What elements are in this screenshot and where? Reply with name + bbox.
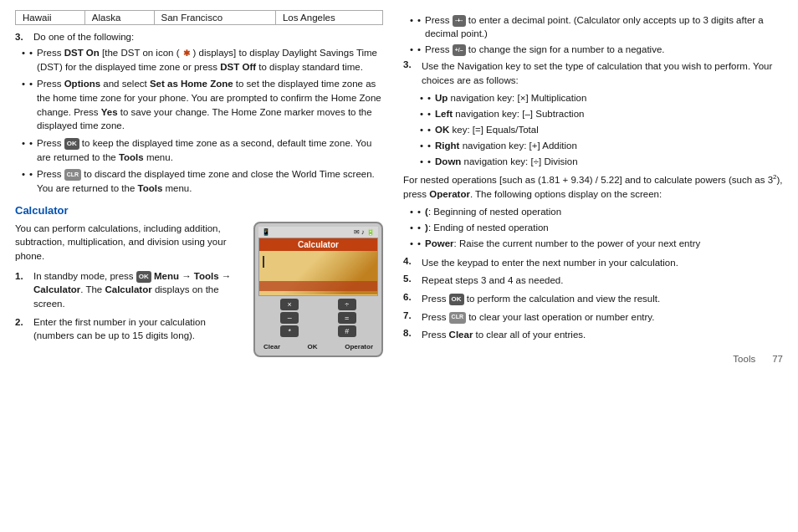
calculator-label: Calculator [105, 284, 151, 294]
calculator-layout: You can perform calculations, including … [15, 222, 383, 357]
calc-step2-text: Enter the first number in your calculati… [33, 315, 245, 343]
left-column: Hawaii Alaska San Francisco Los Angeles … [15, 10, 383, 364]
right-step3-text: Use the Navigation key to set the type o… [422, 59, 783, 87]
calc-step2-num: 2. [15, 315, 30, 330]
right-step3-num: 3. [403, 59, 418, 69]
bullet-marker: • [427, 91, 431, 105]
phone-screen-display [259, 251, 377, 294]
nested-power-text: Power: Raise the current number to the p… [425, 237, 700, 250]
bullet-marker: • [417, 237, 421, 250]
list-item: 6. Press OK to perform the calculation a… [403, 292, 783, 306]
calc-step1-num: 1. [15, 269, 30, 284]
key-minus: – [280, 312, 299, 324]
phone-mockup: 📱 ✉ ♪ 🔋 Calculator [253, 222, 383, 357]
phone-clear-label: Clear [263, 343, 280, 350]
table-cell-alaska: Alaska [84, 11, 154, 25]
bullet4-text: Press CLR to discard the displayed time … [37, 167, 383, 195]
list-item: • Press ·+· to enter a decimal point. (C… [410, 13, 783, 40]
calculator-section: Calculator You can perform calculations,… [15, 204, 383, 357]
calc-step2: 2. Enter the first number in your calcul… [15, 315, 245, 343]
phone-ok-label: OK [308, 343, 318, 350]
key-equals: = [338, 312, 356, 324]
bullet-marker: • [427, 107, 431, 120]
right-step3: 3. Use the Navigation key to set the typ… [403, 59, 783, 87]
step3-text: Do one of the following: [33, 32, 134, 42]
timezone-table: Hawaii Alaska San Francisco Los Angeles [15, 10, 383, 25]
nested-close-text: ): Ending of nested operation [425, 221, 549, 234]
bullet-marker: • [417, 13, 421, 27]
keypad-row1: × ÷ [261, 299, 376, 310]
dst-off-label: DST Off [220, 62, 256, 72]
list-item: • Up navigation key: [×] Multiplication [420, 91, 783, 105]
ok-icon3: OK [449, 294, 464, 305]
right-bullet1-text: Press ·+· to enter a decimal point. (Cal… [425, 13, 783, 40]
list-item: 7. Press CLR to clear your last operatio… [403, 310, 783, 325]
list-item: 5. Repeat steps 3 and 4 as needed. [403, 274, 783, 288]
step5-num: 5. [403, 274, 418, 284]
bullet-list: • Press DST On [the DST on icon (✱) disp… [22, 46, 383, 196]
nested-open-text: (: Beginning of nested operation [425, 205, 561, 218]
yes-label: Yes [101, 107, 118, 117]
options-label: Options [64, 79, 100, 89]
list-item: • Press DST On [the DST on icon (✱) disp… [22, 46, 383, 74]
sign-icon: +/– [453, 44, 466, 56]
key-multiply: × [280, 299, 299, 310]
list-item: 4. Use the keypad to enter the next numb… [403, 256, 783, 270]
nested-operations-para: For nested operations [such as (1.81 + 9… [403, 172, 783, 201]
keypad-row2: – = [261, 312, 376, 324]
nav-ok-text: OK key: [=] Equals/Total [435, 123, 539, 136]
page-layout: Hawaii Alaska San Francisco Los Angeles … [15, 10, 783, 364]
list-item: • Right navigation key: [+] Addition [420, 139, 783, 152]
phone-mockup-container: 📱 ✉ ♪ 🔋 Calculator [253, 222, 383, 357]
nav-left-text: Left navigation key: [–] Subtraction [435, 107, 584, 120]
nested-bullet-list: • (: Beginning of nested operation • ): … [410, 205, 783, 250]
tools-label2: Tools [137, 183, 162, 193]
phone-status-bar: 📱 ✉ ♪ 🔋 [258, 227, 378, 238]
list-item: • ): Ending of nested operation [410, 221, 783, 234]
bullet1-text: Press DST On [the DST on icon (✱) displa… [37, 46, 383, 74]
list-item: • Power: Raise the current number to the… [410, 237, 783, 250]
phone-screen: Calculator [258, 238, 378, 296]
phone-icons-right: ✉ ♪ 🔋 [354, 228, 375, 236]
table-cell-losangeles: Los Angeles [275, 11, 382, 25]
bullet-marker: • [29, 136, 33, 150]
list-item: • OK key: [=] Equals/Total [420, 123, 783, 136]
step6-num: 6. [403, 292, 418, 302]
calc-intro: You can perform calculations, including … [15, 222, 245, 263]
bullet3-text: Press OK to keep the displayed time zone… [37, 136, 383, 164]
footer-page: 77 [772, 354, 783, 364]
phone-bottom-bar: Clear OK Operator [258, 341, 378, 352]
list-item: • Left navigation key: [–] Subtraction [420, 107, 783, 120]
step7-text: Press CLR to clear your last operation o… [422, 310, 654, 325]
step7-num: 7. [403, 310, 418, 320]
step4-text: Use the keypad to enter the next number … [422, 256, 678, 270]
table-cell-hawaii: Hawaii [16, 11, 85, 25]
phone-screen-header: Calculator [259, 238, 377, 251]
step5-text: Repeat steps 3 and 4 as needed. [422, 274, 563, 288]
phone-cursor [263, 256, 264, 268]
nav-bullet-list: • Up navigation key: [×] Multiplication … [420, 91, 783, 168]
ok-icon2: OK [136, 271, 151, 283]
bullet-marker: • [417, 43, 421, 56]
bullet-marker: • [427, 139, 431, 152]
step8-num: 8. [403, 328, 418, 338]
right-steps-bottom: 4. Use the keypad to enter the next numb… [403, 256, 783, 342]
calc-step1: 1. In standby mode, press OK Menu → Tool… [15, 269, 245, 311]
calc-step1-text: In standby mode, press OK Menu → Tools →… [33, 269, 245, 311]
key-star: * [280, 325, 299, 337]
right-bullet2-text: Press +/– to change the sign for a numbe… [425, 43, 664, 56]
bullet-marker: • [29, 167, 33, 181]
phone-operator-label: Operator [345, 343, 373, 350]
dst-on-label: DST On [64, 48, 100, 58]
calculator-title: Calculator [15, 204, 383, 217]
nav-right-text: Right navigation key: [+] Addition [435, 139, 577, 152]
step4-num: 4. [403, 256, 418, 266]
page-footer: Tools 77 [403, 354, 783, 364]
step3-intro: 3. Do one of the following: [15, 32, 383, 42]
list-item: 8. Press Clear to clear all of your entr… [403, 328, 783, 342]
calc-text-area: You can perform calculations, including … [15, 222, 245, 343]
nav-down-text: Down navigation key: [÷] Division [435, 155, 578, 168]
screen-deco [259, 281, 377, 291]
tools-label: Tools [119, 152, 144, 162]
list-item: • Press Options and select Set as Home Z… [22, 77, 383, 133]
